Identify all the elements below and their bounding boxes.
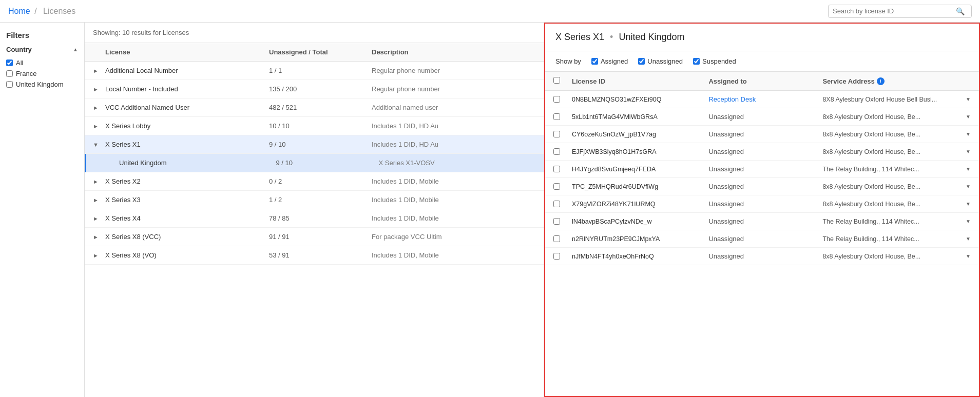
license-row-x-series-x1-uk[interactable]: United Kingdom 9 / 10 X Series X1-VOSV <box>85 154 544 172</box>
expand-icon: ► <box>93 234 105 240</box>
search-icon: 🔍 <box>956 7 965 15</box>
row-checkbox-cell[interactable] <box>553 218 572 225</box>
row-checkbox[interactable] <box>553 183 560 190</box>
country-filter-header[interactable]: Country ▲ <box>6 46 78 53</box>
row-description: Includes 1 DID, Mobile <box>372 214 535 222</box>
row-checkbox-cell[interactable] <box>553 131 572 137</box>
license-row-x-series-x2[interactable]: ► X Series X2 0 / 2 Includes 1 DID, Mobi… <box>85 172 544 191</box>
filter-all-checkbox[interactable] <box>6 59 13 66</box>
expand-icon: ► <box>93 215 105 222</box>
license-row-x-series-lobby[interactable]: ► X Series Lobby 10 / 10 Includes 1 DID,… <box>85 117 544 135</box>
detail-check-col <box>553 77 572 85</box>
license-row-x-series-x3[interactable]: ► X Series X3 1 / 2 Includes 1 DID, Mobi… <box>85 191 544 209</box>
service-text: The Relay Building., 114 Whitec... <box>822 166 964 173</box>
unassigned-col-header: Unassigned / Total <box>269 48 372 56</box>
row-checkbox[interactable] <box>553 201 560 207</box>
row-checkbox[interactable] <box>553 148 560 155</box>
row-checkbox[interactable] <box>553 253 560 260</box>
row-description: Regular phone number <box>372 85 535 93</box>
assigned-to-cell[interactable]: Reception Desk <box>708 95 822 103</box>
license-id-cell: TPC_Z5MHQRud4r6UDVflWg <box>572 183 708 190</box>
license-row-x-series-x8-vo[interactable]: ► X Series X8 (VO) 53 / 91 Includes 1 DI… <box>85 246 544 265</box>
expand-icon: ► <box>93 197 105 203</box>
assigned-checkbox[interactable] <box>591 58 598 65</box>
row-checkbox[interactable] <box>553 235 560 242</box>
license-row-additional-local[interactable]: ► Additional Local Number 1 / 1 Regular … <box>85 62 544 80</box>
detail-row: n2RlNYRUTm23PE9CJMpxYA Unassigned The Re… <box>545 230 979 248</box>
service-dropdown-icon[interactable]: ▼ <box>966 184 971 189</box>
filter-france-label: France <box>16 70 36 77</box>
assigned-to-cell: Unassigned <box>708 252 822 260</box>
license-id-cell: CY6ozeKuSnOzW_jpB1V7ag <box>572 131 708 138</box>
select-all-checkbox[interactable] <box>553 77 560 84</box>
service-dropdown-icon[interactable]: ▼ <box>966 114 971 120</box>
row-checkbox[interactable] <box>553 96 560 103</box>
row-checkbox-cell[interactable] <box>553 183 572 190</box>
row-name: X Series X1 <box>105 141 269 148</box>
license-row-vcc-named[interactable]: ► VCC Additional Named User 482 / 521 Ad… <box>85 98 544 117</box>
row-checkbox-cell[interactable] <box>553 96 572 103</box>
filter-uk-checkbox[interactable] <box>6 81 13 88</box>
row-unassigned: 9 / 10 <box>269 141 372 148</box>
row-name: Local Number - Included <box>105 85 269 93</box>
license-id-cell: EJFjXWB3Siyq8hO1H7sGRA <box>572 148 708 155</box>
row-checkbox-cell[interactable] <box>553 113 572 120</box>
detail-header: X Series X1 • United Kingdom <box>545 24 979 51</box>
detail-row: H4JYgzd8SvuGmjeeq7FEDA Unassigned The Re… <box>545 161 979 178</box>
row-description: Includes 1 DID, Mobile <box>372 251 535 259</box>
row-unassigned: 135 / 200 <box>269 85 372 93</box>
row-checkbox-cell[interactable] <box>553 148 572 155</box>
detail-series-name: X Series X1 <box>555 32 604 42</box>
detail-row: 0N8BLMZNQSO31wZFXEi90Q Reception Desk 8X… <box>545 91 979 108</box>
row-checkbox[interactable] <box>553 218 560 225</box>
service-dropdown-icon[interactable]: ▼ <box>966 131 971 137</box>
filter-uk[interactable]: United Kingdom <box>6 79 78 90</box>
breadcrumb-home[interactable]: Home <box>8 7 30 15</box>
service-dropdown-icon[interactable]: ▼ <box>966 201 971 207</box>
filter-all[interactable]: All <box>6 57 78 68</box>
show-by-unassigned[interactable]: Unassigned <box>638 57 683 65</box>
row-name: X Series X4 <box>105 214 269 222</box>
filter-france[interactable]: France <box>6 68 78 79</box>
license-row-x-series-x8-vcc[interactable]: ► X Series X8 (VCC) 91 / 91 For package … <box>85 228 544 246</box>
row-description: Regular phone number <box>372 67 535 74</box>
license-row-x-series-x1[interactable]: ▼ X Series X1 9 / 10 Includes 1 DID, HD … <box>85 135 544 154</box>
service-dropdown-icon[interactable]: ▼ <box>966 96 971 102</box>
row-checkbox[interactable] <box>553 166 560 172</box>
service-dropdown-icon[interactable]: ▼ <box>966 166 971 172</box>
service-address-label: Service Address <box>822 77 874 85</box>
license-row-x-series-x4[interactable]: ► X Series X4 78 / 85 Includes 1 DID, Mo… <box>85 209 544 228</box>
search-input[interactable] <box>833 7 956 15</box>
show-by-assigned[interactable]: Assigned <box>591 57 628 65</box>
row-checkbox-cell[interactable] <box>553 166 572 172</box>
service-text: 8x8 Aylesbury Oxford House, Be... <box>822 148 964 155</box>
assigned-to-cell: Unassigned <box>708 148 822 155</box>
show-by-suspended[interactable]: Suspended <box>693 57 736 65</box>
suspended-checkbox[interactable] <box>693 58 700 65</box>
service-address-cell: The Relay Building., 114 Whitec... ▼ <box>822 218 971 225</box>
assigned-to-col-header: Assigned to <box>708 77 822 85</box>
license-id-cell: 0N8BLMZNQSO31wZFXEi90Q <box>572 96 708 103</box>
detail-table-header: License ID Assigned to Service Address i <box>545 72 979 91</box>
row-checkbox-cell[interactable] <box>553 235 572 242</box>
filter-france-checkbox[interactable] <box>6 70 13 77</box>
row-checkbox-cell[interactable] <box>553 201 572 207</box>
service-dropdown-icon[interactable]: ▼ <box>966 236 971 242</box>
row-name: X Series Lobby <box>105 122 269 130</box>
row-checkbox[interactable] <box>553 113 560 120</box>
row-description: X Series X1-VOSV <box>379 159 536 167</box>
row-name: X Series X8 (VO) <box>105 251 269 259</box>
service-dropdown-icon[interactable]: ▼ <box>966 253 971 259</box>
service-dropdown-icon[interactable]: ▼ <box>966 219 971 224</box>
service-text: The Relay Building., 114 Whitec... <box>822 235 964 243</box>
row-checkbox-cell[interactable] <box>553 253 572 260</box>
service-address-info-icon[interactable]: i <box>877 77 885 85</box>
unassigned-checkbox[interactable] <box>638 58 645 65</box>
top-bar: Home / Licenses 🔍 <box>0 0 980 23</box>
expand-icon: ► <box>93 123 105 129</box>
service-dropdown-icon[interactable]: ▼ <box>966 149 971 154</box>
service-address-cell: 8x8 Aylesbury Oxford House, Be... ▼ <box>822 131 971 138</box>
license-row-local-number[interactable]: ► Local Number - Included 135 / 200 Regu… <box>85 80 544 98</box>
row-checkbox[interactable] <box>553 131 560 137</box>
row-name: X Series X3 <box>105 196 269 204</box>
